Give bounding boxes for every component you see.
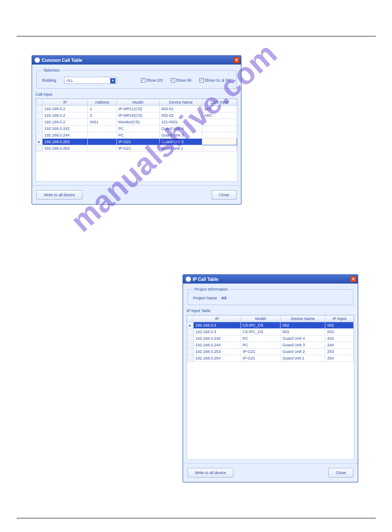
call-input-grid[interactable]: IPAddressModelDevice NameCDS Input192.16… — [36, 98, 237, 182]
checkbox-icon — [171, 78, 175, 83]
titlebar[interactable]: Common Call Table × — [32, 56, 241, 65]
table-row[interactable]: 192.168.0.21IP-MR11(CS)002-01123 — [36, 106, 237, 112]
checkbox-icon — [199, 78, 204, 83]
row-indicator — [187, 335, 194, 342]
table-row[interactable]: 192.168.0.242PCGuard Unit 4242 — [187, 335, 354, 342]
selection-group: Selection Building ALL ▾ Show DS Show IM… — [36, 68, 237, 89]
table-row[interactable]: 192.168.0.242PCGuard Unit 4 — [36, 126, 237, 132]
row-indicator — [36, 145, 43, 152]
show-gl-pc-checkbox[interactable]: Show GL & PC — [199, 78, 231, 83]
close-icon[interactable]: × — [234, 57, 240, 63]
chevron-down-icon: ▾ — [110, 78, 115, 83]
write-all-button[interactable]: Write to all device — [187, 468, 234, 478]
page-bottom-rule — [17, 518, 376, 518]
building-label: Building — [42, 78, 56, 83]
table-row[interactable]: 192.168.0.20021Monitor(CS)121-0021 — [36, 119, 237, 126]
row-indicator — [187, 355, 194, 362]
table-row[interactable]: 192.168.0.244PCGuard Unit 3244 — [187, 342, 354, 349]
table-row[interactable]: 192.168.0.3C5-IPC_DS003003 — [187, 329, 354, 335]
row-indicator — [187, 349, 194, 355]
row-indicator — [36, 106, 43, 112]
table-row[interactable]: 192.168.0.254IP-G21Guard unit 1 — [36, 145, 237, 152]
column-header[interactable]: IP — [43, 99, 88, 106]
row-indicator — [36, 119, 43, 126]
building-combo[interactable]: ALL ▾ — [64, 77, 117, 84]
ip-call-table-dialog: IP Call Table × Project Information Proj… — [183, 274, 358, 482]
column-header[interactable]: Model — [116, 99, 159, 106]
project-name-label: Project Name — [193, 296, 217, 300]
project-info-legend: Project Information — [193, 287, 229, 291]
ip-input-grid[interactable]: IPModelDevice NameIP Input▸192.168.0.2C5… — [187, 315, 354, 460]
row-indicator — [187, 342, 194, 349]
selection-legend: Selection — [42, 68, 61, 72]
project-info-group: Project Information Project Name K5 — [187, 287, 353, 305]
column-header[interactable]: Device Name — [159, 99, 202, 106]
close-icon[interactable]: × — [350, 276, 356, 282]
row-indicator: ▸ — [36, 139, 43, 145]
row-indicator — [36, 132, 43, 139]
show-ds-checkbox[interactable]: Show DS — [141, 78, 163, 83]
table-row[interactable]: 192.168.0.253IP-G21Guard Unit 2253 — [187, 349, 354, 355]
close-button[interactable]: Close — [328, 468, 353, 478]
row-indicator: ▸ — [187, 322, 194, 329]
grid-label: Call Input — [36, 92, 237, 97]
close-button[interactable]: Close — [212, 190, 237, 200]
column-header[interactable]: Address — [88, 99, 116, 106]
row-indicator — [187, 329, 194, 335]
column-header[interactable]: Model — [241, 316, 281, 322]
dialog-footer: Write to all device Close — [183, 463, 358, 482]
row-indicator — [36, 126, 43, 132]
dialog-footer: Write to all device Close — [32, 185, 241, 204]
grid-label: IP Input Table — [187, 309, 354, 313]
app-icon — [186, 277, 191, 282]
column-header[interactable]: IP — [194, 316, 241, 322]
show-im-checkbox[interactable]: Show IM — [171, 78, 191, 83]
project-name-value: K5 — [222, 296, 227, 300]
page-top-rule — [17, 36, 376, 36]
building-value: ALL — [66, 78, 73, 83]
write-all-button[interactable]: Write to all device — [36, 190, 83, 200]
window-title: IP Call Table — [193, 277, 219, 282]
table-row[interactable]: 192.168.0.22IP-MR16(CS)002-02ABC — [36, 112, 237, 119]
checkbox-icon — [141, 78, 145, 83]
column-header[interactable]: CDS Input — [202, 99, 237, 106]
titlebar[interactable]: IP Call Table × — [183, 275, 358, 284]
window-title: Common Call Table — [42, 58, 83, 63]
common-call-table-dialog: Common Call Table × Selection Building A… — [32, 55, 241, 205]
table-row[interactable]: ▸192.168.0.253IP-G21Guard Unit 2 — [36, 139, 237, 145]
table-row[interactable]: 192.168.0.254IP-G21Guard unit 1254 — [187, 355, 354, 362]
table-row[interactable]: 192.168.0.244PCGuard Unit 3 — [36, 132, 237, 139]
row-indicator — [36, 112, 43, 119]
app-icon — [35, 58, 40, 63]
column-header[interactable]: Device Name — [281, 316, 325, 322]
table-row[interactable]: ▸192.168.0.2C5-IPC_DS002002 — [187, 322, 354, 329]
column-header[interactable]: IP Input — [325, 316, 354, 322]
